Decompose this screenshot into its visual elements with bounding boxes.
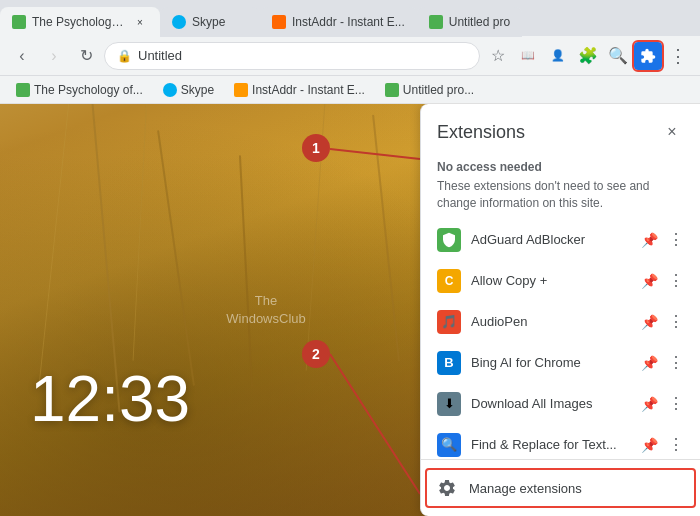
bookmarks-bar: The Psychology of... Skype InstAddr - In… — [0, 76, 700, 104]
pin-icon-findreplace: 📌 — [641, 437, 658, 453]
address-text: Untitled — [138, 48, 182, 63]
extension-item-audiopen[interactable]: 🎵 AudioPen 📌 ⋮ — [421, 302, 700, 343]
tab-favicon-psychology — [12, 15, 26, 29]
ext-name-findreplace: Find & Replace for Text... — [471, 437, 631, 452]
pin-icon-downloadimages: 📌 — [641, 396, 658, 412]
ext-logo-allowcopy: C — [437, 269, 461, 293]
bookmark-label-psychology: The Psychology of... — [34, 83, 143, 97]
manage-extensions-label: Manage extensions — [469, 481, 582, 496]
tab-favicon-skype — [172, 15, 186, 29]
more-icon-bingai[interactable]: ⋮ — [668, 353, 684, 372]
bookmark-icon-psychology — [16, 83, 30, 97]
ext-logo-adguard — [437, 228, 461, 252]
extension-item-bingai[interactable]: B Bing AI for Chrome 📌 ⋮ — [421, 343, 700, 384]
pin-icon-allowcopy: 📌 — [641, 273, 658, 289]
ext-logo-downloadimages: ⬇ — [437, 392, 461, 416]
pin-icon-adguard: 📌 — [641, 232, 658, 248]
tab-untitled[interactable]: Untitled pro — [417, 7, 522, 37]
tab-instaddr[interactable]: InstAddr - Instant E... — [260, 7, 417, 37]
puzzle-icon — [640, 48, 656, 64]
tab-title-skype: Skype — [192, 15, 225, 29]
extension-item-findreplace[interactable]: 🔍 Find & Replace for Text... 📌 ⋮ — [421, 425, 700, 459]
address-bar[interactable]: 🔒 Untitled — [104, 42, 480, 70]
panel-close-button[interactable]: × — [660, 120, 684, 144]
annotation-number-2: 2 — [312, 346, 320, 362]
search-toolbar-btn[interactable]: 🔍 — [604, 42, 632, 70]
bookmark-skype[interactable]: Skype — [155, 81, 222, 99]
reload-button[interactable]: ↻ — [72, 42, 100, 70]
tab-close-psychology[interactable]: × — [132, 14, 148, 30]
watermark-line1: The — [226, 292, 305, 310]
extension-item-allowcopy[interactable]: C Allow Copy + 📌 ⋮ — [421, 261, 700, 302]
tab-favicon-untitled — [429, 15, 443, 29]
tab-title-psychology: The Psychology of... — [32, 15, 126, 29]
ext-logo-audiopen: 🎵 — [437, 310, 461, 334]
ext-logo-bingai: B — [437, 351, 461, 375]
tab-psychology[interactable]: The Psychology of... × — [0, 7, 160, 37]
clock-time: 12:33 — [30, 363, 190, 435]
lock-icon: 🔒 — [117, 49, 132, 63]
browser-toolbar: ‹ › ↻ 🔒 Untitled ☆ 📖 👤 🧩 🔍 ⋮ — [0, 36, 700, 76]
panel-footer: Manage extensions — [421, 459, 700, 516]
readingmode-button[interactable]: 📖 — [514, 42, 542, 70]
ext-name-downloadimages: Download All Images — [471, 396, 631, 411]
close-icon: × — [667, 123, 676, 141]
section-header-no-access: No access needed — [421, 152, 700, 178]
bookmark-icon-skype — [163, 83, 177, 97]
panel-header: Extensions × — [421, 104, 700, 152]
back-button[interactable]: ‹ — [8, 42, 36, 70]
bookmark-label-instaddr: InstAddr - Instant E... — [252, 83, 365, 97]
tab-favicon-instaddr — [272, 15, 286, 29]
svg-line-0 — [330, 149, 420, 159]
manage-extensions-button[interactable]: Manage extensions — [421, 468, 700, 508]
section-description: These extensions don't need to see and c… — [421, 178, 700, 220]
extensions-panel: Extensions × No access needed These exte… — [420, 104, 700, 516]
ext-name-adguard: AdGuard AdBlocker — [471, 232, 631, 247]
annotation-circle-1: 1 — [302, 134, 330, 162]
ext-name-bingai: Bing AI for Chrome — [471, 355, 631, 370]
shield-icon-adguard — [441, 232, 457, 248]
svg-line-1 — [330, 354, 420, 494]
more-icon-downloadimages[interactable]: ⋮ — [668, 394, 684, 413]
annotation-circle-2: 2 — [302, 340, 330, 368]
extensions-icon-button[interactable] — [634, 42, 662, 70]
more-icon-allowcopy[interactable]: ⋮ — [668, 271, 684, 290]
annotation-number-1: 1 — [312, 140, 320, 156]
extensions-manager-btn[interactable]: 🧩 — [574, 42, 602, 70]
panel-title: Extensions — [437, 122, 525, 143]
pin-icon-bingai: 📌 — [641, 355, 658, 371]
tab-title-untitled: Untitled pro — [449, 15, 510, 29]
more-icon-adguard[interactable]: ⋮ — [668, 230, 684, 249]
bookmark-label-untitled: Untitled pro... — [403, 83, 474, 97]
bookmark-star-button[interactable]: ☆ — [484, 42, 512, 70]
bookmark-instaddr[interactable]: InstAddr - Instant E... — [226, 81, 373, 99]
tabs-bar: The Psychology of... × Skype InstAddr - … — [0, 0, 700, 36]
watermark: The WindowsClub — [226, 292, 305, 328]
tab-skype[interactable]: Skype — [160, 7, 260, 37]
account-button[interactable]: 👤 — [544, 42, 572, 70]
toolbar-right: ☆ 📖 👤 🧩 🔍 ⋮ — [484, 42, 692, 70]
more-icon-findreplace[interactable]: ⋮ — [668, 435, 684, 454]
extensions-list[interactable]: AdGuard AdBlocker 📌 ⋮ C Allow Copy + 📌 ⋮… — [421, 220, 700, 459]
bookmark-label-skype: Skype — [181, 83, 214, 97]
extension-item-adguard[interactable]: AdGuard AdBlocker 📌 ⋮ — [421, 220, 700, 261]
forward-button[interactable]: › — [40, 42, 68, 70]
bookmark-untitled[interactable]: Untitled pro... — [377, 81, 482, 99]
more-icon-audiopen[interactable]: ⋮ — [668, 312, 684, 331]
tab-title-instaddr: InstAddr - Instant E... — [292, 15, 405, 29]
bookmark-psychology[interactable]: The Psychology of... — [8, 81, 151, 99]
pin-icon-audiopen: 📌 — [641, 314, 658, 330]
menu-button[interactable]: ⋮ — [664, 42, 692, 70]
page-content: 12:33 The WindowsClub 1 2 Extensions × N… — [0, 104, 700, 516]
watermark-line2: WindowsClub — [226, 310, 305, 328]
bookmark-icon-instaddr — [234, 83, 248, 97]
ext-name-audiopen: AudioPen — [471, 314, 631, 329]
bookmark-icon-untitled — [385, 83, 399, 97]
ext-logo-findreplace: 🔍 — [437, 433, 461, 457]
browser-chrome: The Psychology of... × Skype InstAddr - … — [0, 0, 700, 104]
gear-icon — [437, 478, 457, 498]
clock-display: 12:33 — [30, 362, 190, 436]
ext-name-allowcopy: Allow Copy + — [471, 273, 631, 288]
extension-item-downloadimages[interactable]: ⬇ Download All Images 📌 ⋮ — [421, 384, 700, 425]
